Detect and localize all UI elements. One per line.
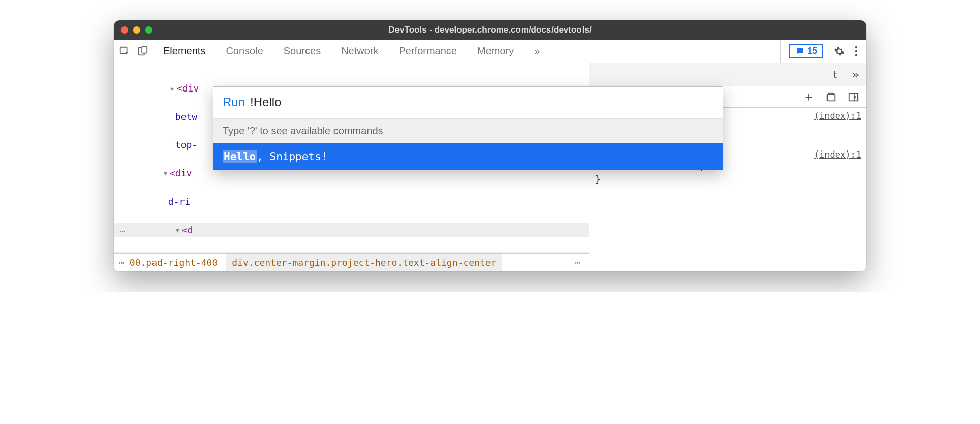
maximize-window-button[interactable] [145, 26, 152, 34]
truncated-tab[interactable]: t [832, 69, 838, 81]
minimize-window-button[interactable] [133, 26, 140, 34]
command-result-item[interactable]: Hello, Snippets! [213, 143, 723, 170]
svg-point-3 [855, 46, 858, 48]
device-toggle-icon[interactable] [137, 46, 148, 57]
panel-body: ▸<div betw top- ▾<div d-ri ⋯▾<d nte ▸<di… [114, 63, 866, 271]
breadcrumb-overflow-end-icon[interactable]: ⋯ [575, 257, 589, 268]
issues-count: 15 [807, 46, 817, 56]
window-title: DevTools - developer.chrome.com/docs/dev… [388, 25, 591, 35]
kebab-menu-icon[interactable] [855, 46, 858, 57]
tab-elements[interactable]: Elements [163, 45, 205, 57]
main-toolbar: Elements Console Sources Network Perform… [114, 40, 866, 63]
tab-sources[interactable]: Sources [284, 45, 321, 57]
result-match-highlight: Hello [223, 150, 257, 163]
window-controls [121, 26, 152, 34]
rule-source-link[interactable]: (index):1 [814, 111, 861, 121]
tab-network[interactable]: Network [341, 45, 378, 57]
devtools-window: DevTools - developer.chrome.com/docs/dev… [114, 20, 866, 271]
command-input-row: Run [213, 87, 723, 118]
rule-source-link[interactable]: (index):1 [814, 149, 861, 160]
command-hint: Type '?' to see available commands [213, 118, 723, 143]
svg-point-5 [855, 54, 858, 56]
tab-memory[interactable]: Memory [477, 45, 514, 57]
inspect-icon[interactable] [119, 46, 130, 57]
issues-badge[interactable]: 15 [789, 44, 823, 58]
result-rest: , Snippets! [257, 150, 327, 163]
command-prefix: Run [223, 95, 245, 109]
more-tabs-icon[interactable]: » [534, 45, 540, 57]
selected-dom-node[interactable]: ⋯▾<d [114, 223, 589, 237]
styles-sub-tabs: t » [589, 63, 866, 86]
panel-tabs: Elements Console Sources Network Perform… [154, 40, 780, 63]
svg-rect-2 [142, 46, 147, 53]
tab-performance[interactable]: Performance [399, 45, 457, 57]
command-input[interactable] [250, 95, 403, 109]
breadcrumb-item[interactable]: 00.pad-right-400 [130, 257, 226, 268]
tab-console[interactable]: Console [226, 45, 263, 57]
settings-icon[interactable] [834, 46, 845, 57]
titlebar: DevTools - developer.chrome.com/docs/dev… [114, 20, 866, 40]
breadcrumb: ⋯ 00.pad-right-400 div.center-margin.pro… [114, 253, 589, 271]
breadcrumb-item-active[interactable]: div.center-margin.project-hero.text-alig… [226, 254, 502, 271]
svg-rect-7 [849, 93, 858, 101]
close-window-button[interactable] [121, 26, 128, 34]
command-palette: Run Type '?' to see available commands H… [213, 86, 723, 170]
toolbar-left [114, 40, 154, 63]
toggle-computed-icon[interactable] [825, 92, 837, 103]
breadcrumb-overflow-icon[interactable]: ⋯ [114, 257, 130, 268]
toggle-sidebar-icon[interactable] [848, 92, 859, 103]
svg-rect-6 [828, 94, 835, 101]
svg-point-4 [855, 50, 858, 52]
new-style-rule-icon[interactable] [803, 92, 814, 103]
toolbar-right: 15 [780, 40, 866, 63]
more-subtabs-icon[interactable]: » [852, 68, 859, 81]
